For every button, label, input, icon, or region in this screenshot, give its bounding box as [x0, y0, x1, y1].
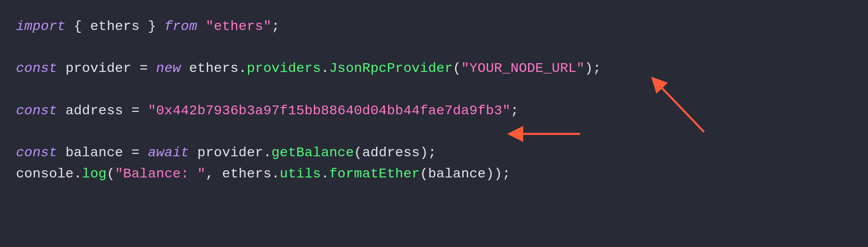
- method-getbalance: getBalance: [272, 145, 354, 160]
- keyword-from: from: [164, 19, 197, 34]
- keyword-const: const: [16, 61, 57, 76]
- property-utils: utils: [280, 166, 321, 181]
- line-8: console.log("Balance: ", ethers.utils.fo…: [16, 166, 510, 181]
- arg-address: address: [362, 145, 420, 160]
- keyword-new: new: [156, 61, 181, 76]
- keyword-import: import: [16, 19, 66, 34]
- identifier-provider: provider: [66, 61, 132, 76]
- identifier-ethers: ethers: [90, 19, 140, 34]
- keyword-const: const: [16, 103, 57, 118]
- arg-balance: balance: [428, 166, 486, 181]
- space: [197, 19, 206, 34]
- line-3: const provider = new ethers.providers.Js…: [16, 61, 601, 76]
- string-address: "0x442b7936b3a97f15bb88640d04bb44fae7da9…: [148, 103, 511, 118]
- string-node-url: "YOUR_NODE_URL": [461, 61, 585, 76]
- line-1: import { ethers } from "ethers";: [16, 19, 280, 34]
- ctor-jsonrpcprovider: JsonRpcProvider: [329, 61, 453, 76]
- string-balance-label: "Balance: ": [115, 166, 206, 181]
- keyword-const: const: [16, 145, 57, 160]
- brace-open: {: [66, 19, 90, 34]
- method-log: log: [82, 166, 107, 181]
- semicolon: ;: [272, 19, 280, 34]
- identifier-balance: balance: [66, 145, 123, 160]
- line-5: const address = "0x442b7936b3a97f15bb886…: [16, 103, 519, 118]
- code-block: import { ethers } from "ethers"; const p…: [0, 0, 868, 201]
- method-formatether: formatEther: [329, 166, 420, 181]
- string-module: "ethers": [206, 19, 272, 34]
- line-7: const balance = await provider.getBalanc…: [16, 145, 436, 160]
- identifier-ethers: ethers: [189, 61, 239, 76]
- identifier-ethers: ethers: [222, 166, 272, 181]
- property-providers: providers: [247, 61, 321, 76]
- brace-close: }: [140, 19, 164, 34]
- identifier-provider: provider: [197, 145, 263, 160]
- keyword-await: await: [148, 145, 189, 160]
- identifier-console: console: [16, 166, 74, 181]
- identifier-address: address: [66, 103, 123, 118]
